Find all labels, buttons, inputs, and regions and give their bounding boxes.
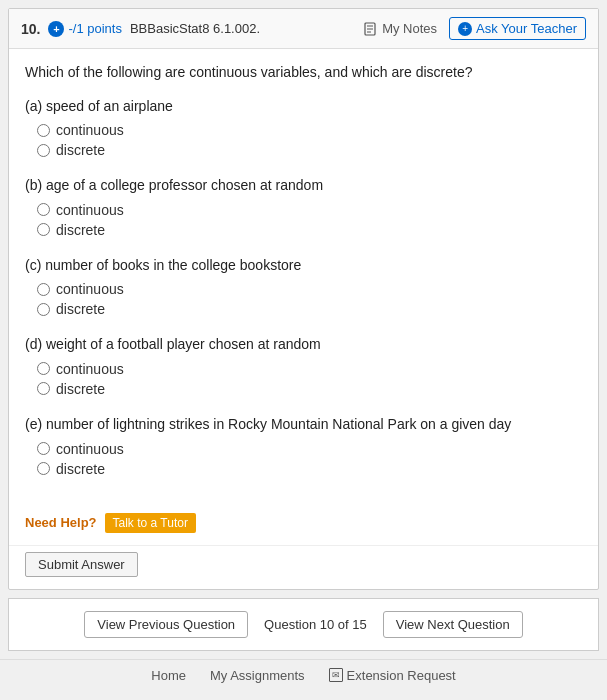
ask-teacher-icon: + xyxy=(458,22,472,36)
radio-e-discrete[interactable] xyxy=(37,462,50,475)
points-icon: + xyxy=(48,21,64,37)
my-notes-label: My Notes xyxy=(382,21,437,36)
radio-option-d-discrete[interactable]: discrete xyxy=(37,381,582,397)
talk-tutor-button[interactable]: Talk to a Tutor xyxy=(105,513,196,533)
prev-question-button[interactable]: View Previous Question xyxy=(84,611,248,638)
radio-a-continuous-label: continuous xyxy=(56,122,124,138)
next-question-button[interactable]: View Next Question xyxy=(383,611,523,638)
ask-teacher-label: Ask Your Teacher xyxy=(476,21,577,36)
radio-c-discrete[interactable] xyxy=(37,303,50,316)
radio-a-discrete[interactable] xyxy=(37,144,50,157)
question-main-text: Which of the following are continuous va… xyxy=(25,63,582,83)
ask-teacher-button[interactable]: + Ask Your Teacher xyxy=(449,17,586,40)
radio-b-discrete[interactable] xyxy=(37,223,50,236)
radio-option-b-continuous[interactable]: continuous xyxy=(37,202,582,218)
radio-b-continuous-label: continuous xyxy=(56,202,124,218)
radio-d-discrete[interactable] xyxy=(37,382,50,395)
radio-d-discrete-label: discrete xyxy=(56,381,105,397)
radio-option-a-continuous[interactable]: continuous xyxy=(37,122,582,138)
radio-c-continuous-label: continuous xyxy=(56,281,124,297)
sub-question-d-label: (d) weight of a football player chosen a… xyxy=(25,335,582,355)
extension-label: Extension Request xyxy=(347,668,456,683)
need-help-text: Need Help? xyxy=(25,515,97,530)
home-label: Home xyxy=(151,668,186,683)
radio-e-discrete-label: discrete xyxy=(56,461,105,477)
navigation-bar: View Previous Question Question 10 of 15… xyxy=(8,598,599,651)
sub-question-b: (b) age of a college professor chosen at… xyxy=(25,176,582,238)
sub-question-d: (d) weight of a football player chosen a… xyxy=(25,335,582,397)
radio-d-continuous-label: continuous xyxy=(56,361,124,377)
my-notes-link[interactable]: My Notes xyxy=(364,21,437,36)
assignments-label: My Assignments xyxy=(210,668,305,683)
radio-a-discrete-label: discrete xyxy=(56,142,105,158)
points-label: -/1 points xyxy=(68,21,121,36)
sub-question-c-label: (c) number of books in the college books… xyxy=(25,256,582,276)
submit-answer-button[interactable]: Submit Answer xyxy=(25,552,138,577)
home-link[interactable]: Home xyxy=(151,668,186,683)
submit-section: Submit Answer xyxy=(9,545,598,589)
radio-option-d-continuous[interactable]: continuous xyxy=(37,361,582,377)
sub-question-c: (c) number of books in the college books… xyxy=(25,256,582,318)
footer-bar: Home My Assignments ✉ Extension Request xyxy=(0,659,607,691)
sub-question-b-label: (b) age of a college professor chosen at… xyxy=(25,176,582,196)
radio-b-discrete-label: discrete xyxy=(56,222,105,238)
assignments-link[interactable]: My Assignments xyxy=(210,668,305,683)
radio-a-continuous[interactable] xyxy=(37,124,50,137)
radio-option-e-continuous[interactable]: continuous xyxy=(37,441,582,457)
radio-e-continuous[interactable] xyxy=(37,442,50,455)
radio-d-continuous[interactable] xyxy=(37,362,50,375)
radio-option-c-discrete[interactable]: discrete xyxy=(37,301,582,317)
help-section: Need Help? Talk to a Tutor xyxy=(9,505,598,545)
radio-option-a-discrete[interactable]: discrete xyxy=(37,142,582,158)
radio-c-discrete-label: discrete xyxy=(56,301,105,317)
sub-question-e-label: (e) number of lightning strikes in Rocky… xyxy=(25,415,582,435)
extension-icon: ✉ xyxy=(329,668,343,682)
question-number: 10. xyxy=(21,21,40,37)
sub-question-e: (e) number of lightning strikes in Rocky… xyxy=(25,415,582,477)
notes-icon xyxy=(364,22,378,36)
sub-question-a: (a) speed of an airplane continuous disc… xyxy=(25,97,582,159)
radio-option-e-discrete[interactable]: discrete xyxy=(37,461,582,477)
question-code: BBBasicStat8 6.1.002. xyxy=(130,21,356,36)
header-actions: My Notes + Ask Your Teacher xyxy=(364,17,586,40)
radio-b-continuous[interactable] xyxy=(37,203,50,216)
radio-e-continuous-label: continuous xyxy=(56,441,124,457)
extension-link[interactable]: ✉ Extension Request xyxy=(329,668,456,683)
question-progress: Question 10 of 15 xyxy=(264,617,367,632)
points-badge[interactable]: + -/1 points xyxy=(48,21,121,37)
radio-option-b-discrete[interactable]: discrete xyxy=(37,222,582,238)
sub-question-a-label: (a) speed of an airplane xyxy=(25,97,582,117)
radio-c-continuous[interactable] xyxy=(37,283,50,296)
radio-option-c-continuous[interactable]: continuous xyxy=(37,281,582,297)
